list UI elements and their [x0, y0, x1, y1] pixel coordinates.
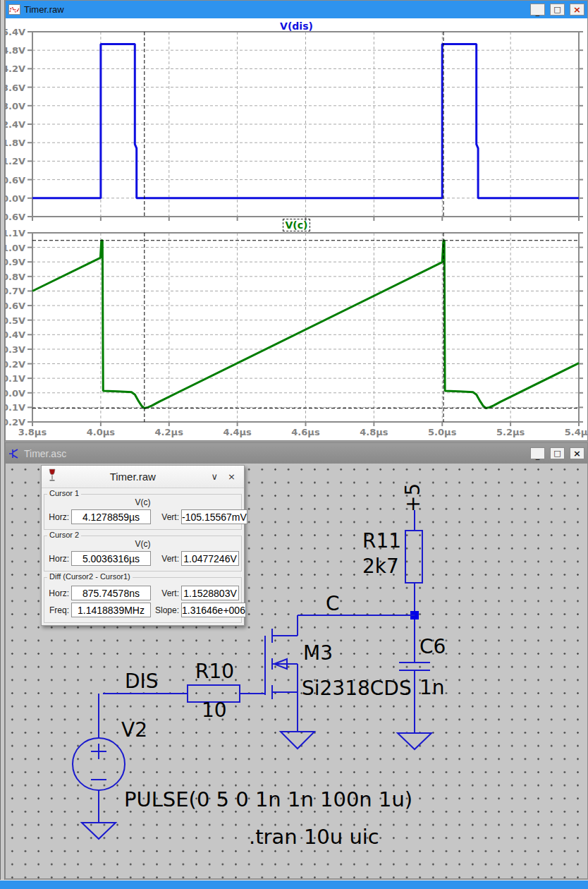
cursor1-horz-label: Horz:: [47, 512, 69, 522]
schematic-titlebar[interactable]: Timer.asc _ □ ×: [6, 443, 587, 464]
minimize-icon: _: [536, 10, 540, 15]
wire-net-c[interactable]: [298, 615, 415, 636]
chevron-down-icon[interactable]: ∨: [209, 471, 221, 482]
axis-labels: 1.1V1.0V0.9V0.8V0.7V0.6V0.5V0.4V0.3V0.2V…: [6, 228, 25, 428]
waveform-titlebar[interactable]: Timer.raw _ □ ×: [6, 1, 587, 18]
m3-name-label[interactable]: M3: [303, 641, 333, 665]
svg-text:5.4µs: 5.4µs: [565, 427, 587, 437]
ground-symbol-v2[interactable]: [82, 823, 116, 839]
close-icon: ×: [573, 449, 581, 458]
plot2-title-row: V(c): [6, 219, 587, 231]
svg-text:0.7V: 0.7V: [6, 286, 25, 296]
svg-text:1.8V: 1.8V: [6, 138, 25, 148]
r11-value-label[interactable]: 2k7: [362, 555, 399, 578]
svg-text:2.4V: 2.4V: [6, 119, 25, 130]
resistor-r11[interactable]: [405, 510, 422, 611]
maximize-button[interactable]: □: [550, 4, 565, 16]
maximize-icon: □: [553, 6, 561, 13]
supply-label[interactable]: +5: [401, 483, 424, 512]
r11-name-label[interactable]: R11: [362, 529, 401, 552]
c6-name-label[interactable]: C6: [419, 635, 446, 658]
diff-group: Diff (Cursor2 - Cursor1) Horz: 875.74578…: [44, 577, 242, 623]
cursor1-trace-name: V(c): [47, 497, 239, 507]
diff-slope-field[interactable]: 1.31646e+006: [181, 603, 246, 617]
diff-freq-label: Freq:: [47, 605, 69, 615]
svg-text:0.5V: 0.5V: [6, 315, 25, 326]
cursor1-vert-label: Vert:: [153, 512, 179, 522]
svg-text:-0.1V: -0.1V: [6, 402, 25, 413]
r10-value-label[interactable]: 10: [202, 698, 227, 722]
plot2-title[interactable]: V(c): [283, 219, 311, 231]
diff-vert-label: Vert:: [153, 588, 179, 598]
svg-text:4.2V: 4.2V: [6, 64, 25, 74]
svg-text:0.1V: 0.1V: [6, 373, 25, 384]
svg-text:4.8µs: 4.8µs: [360, 427, 388, 437]
svg-text:3.6V: 3.6V: [6, 83, 25, 93]
schematic-window-title: Timer.asc: [24, 448, 66, 459]
maximize-button[interactable]: □: [550, 447, 565, 459]
gridlines: [32, 233, 579, 422]
svg-text:3.8µs: 3.8µs: [18, 427, 47, 437]
next-window-titlebar-edge: [0, 880, 588, 889]
cursor1-horz-field[interactable]: 4.1278859µs: [71, 509, 151, 524]
svg-text:0.6V: 0.6V: [6, 301, 25, 311]
svg-text:0.0V: 0.0V: [6, 388, 25, 399]
close-button[interactable]: ×: [570, 4, 584, 16]
minimize-button[interactable]: _: [530, 4, 545, 16]
diff-horz-field[interactable]: 875.74578ns: [71, 586, 151, 600]
svg-text:0.2V: 0.2V: [6, 359, 25, 370]
cursor1-vert-field[interactable]: -105.15567mV: [181, 509, 247, 524]
svg-text:5.4V: 5.4V: [6, 27, 25, 37]
axis-labels: 5.4V4.8V4.2V3.6V3.0V2.4V1.8V1.2V0.6V0.0V…: [6, 27, 25, 222]
net-c-label[interactable]: C: [326, 592, 340, 615]
svg-text:0.0V: 0.0V: [6, 193, 25, 204]
mosfet-m3[interactable]: [240, 629, 298, 732]
dialog-close-icon[interactable]: ×: [225, 471, 238, 482]
net-dis-label[interactable]: DIS: [125, 670, 159, 693]
svg-text:4.4µs: 4.4µs: [223, 427, 252, 437]
cursor2-horz-field[interactable]: 5.0036316µs: [71, 551, 151, 566]
cursor-dialog-title: Timer.raw: [61, 471, 204, 483]
svg-text:0.4V: 0.4V: [6, 329, 25, 340]
m3-model-label[interactable]: Si2318CDS: [302, 677, 412, 700]
voltage-source-v2[interactable]: [73, 694, 125, 823]
v2-value-label[interactable]: PULSE(0 5 0 1n 1n 100n 1u): [124, 787, 412, 811]
svg-text:1.0V: 1.0V: [6, 243, 25, 253]
diff-vert-field[interactable]: 1.1528803V: [181, 586, 239, 600]
svg-text:0.3V: 0.3V: [6, 344, 25, 355]
schematic-window: Timer.asc _ □ × +5 R11 2k7 C: [5, 442, 588, 879]
waveform-window-icon: [8, 4, 20, 15]
time-axis-labels: 3.8µs4.0µs4.2µs4.4µs4.6µs4.8µs5.0µs5.2µs…: [18, 427, 587, 437]
diff-horz-label: Horz:: [47, 588, 69, 598]
wine-glass-icon: [47, 468, 57, 485]
ground-symbol-c6[interactable]: [398, 733, 431, 749]
plot-area[interactable]: 5.4V4.8V4.2V3.6V3.0V2.4V1.8V1.2V0.6V0.0V…: [6, 18, 587, 440]
spice-directive[interactable]: .tran 10u uic: [249, 825, 379, 849]
ground-symbol-m3[interactable]: [281, 732, 314, 749]
r10-name-label[interactable]: R10: [195, 660, 234, 683]
svg-text:5.0µs: 5.0µs: [428, 427, 457, 437]
minimize-icon: _: [536, 454, 540, 459]
cursor2-horz-label: Horz:: [47, 554, 69, 564]
cursor-dialog-titlebar[interactable]: Timer.raw ∨ ×: [42, 466, 244, 488]
cursor2-group-label: Cursor 2: [47, 531, 81, 539]
close-icon: ×: [573, 5, 581, 14]
diff-group-label: Diff (Cursor2 - Cursor1): [47, 572, 133, 581]
schematic-window-icon: [8, 448, 20, 459]
cursor2-vert-field[interactable]: 1.0477246V: [181, 551, 239, 566]
svg-text:0.6V: 0.6V: [6, 175, 25, 186]
close-button[interactable]: ×: [570, 447, 584, 459]
c6-value-label[interactable]: 1n: [419, 676, 445, 699]
svg-text:5.2µs: 5.2µs: [496, 427, 525, 437]
schematic-area[interactable]: +5 R11 2k7 C: [6, 464, 587, 878]
minimize-button[interactable]: _: [530, 447, 545, 459]
cursor1-group-label: Cursor 1: [47, 489, 81, 497]
cursor2-vert-label: Vert:: [153, 554, 179, 564]
diff-freq-field[interactable]: 1.1418839MHz: [71, 603, 151, 617]
svg-text:4.6µs: 4.6µs: [291, 427, 320, 437]
svg-text:-0.2V: -0.2V: [6, 417, 25, 428]
cursor-dialog[interactable]: Timer.raw ∨ × Cursor 1 V(c) Horz: 4.1278…: [41, 465, 245, 626]
cursor1-group: Cursor 1 V(c) Horz: 4.1278859µs Vert: -1…: [44, 494, 242, 530]
svg-text:4.2µs: 4.2µs: [155, 427, 184, 437]
v2-name-label[interactable]: V2: [121, 718, 147, 742]
